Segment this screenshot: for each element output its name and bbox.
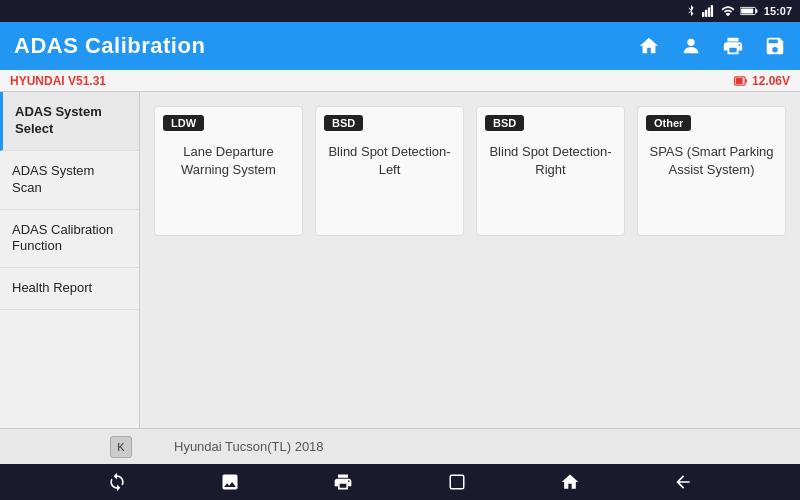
svg-rect-6 — [741, 9, 753, 14]
sidebar-item-adas-calibration[interactable]: ADAS Calibration Function — [0, 210, 139, 269]
home-icon — [638, 35, 660, 57]
system-cards: LDW Lane Departure Warning System BSD Bl… — [154, 106, 786, 236]
back-icon — [673, 472, 693, 492]
svg-rect-1 — [705, 10, 707, 17]
profile-button[interactable] — [680, 35, 702, 57]
home-button[interactable] — [638, 35, 660, 57]
card-label-other: SPAS (Smart Parking Assist System) — [638, 143, 785, 179]
main-content: ADAS System Select ADAS System Scan ADAS… — [0, 92, 800, 428]
bottom-info-bar: K Hyundai Tucson(TL) 2018 — [0, 428, 800, 464]
card-label-ldw: Lane Departure Warning System — [155, 143, 302, 179]
nav-gallery-button[interactable] — [212, 464, 248, 500]
gallery-icon — [220, 472, 240, 492]
svg-rect-3 — [711, 5, 713, 17]
bluetooth-icon — [685, 5, 697, 17]
nav-print-button[interactable] — [325, 464, 361, 500]
collapse-button[interactable]: K — [110, 436, 132, 458]
nav-recents-button[interactable] — [439, 464, 475, 500]
badge-bsd-right: BSD — [485, 115, 524, 131]
badge-bsd-left: BSD — [324, 115, 363, 131]
card-other[interactable]: Other SPAS (Smart Parking Assist System) — [637, 106, 786, 236]
nav-bar — [0, 464, 800, 500]
save-button[interactable] — [764, 35, 786, 57]
badge-ldw: LDW — [163, 115, 204, 131]
nav-home-icon — [560, 472, 580, 492]
vehicle-version: HYUNDAI V51.31 — [10, 74, 106, 88]
card-bsd-left[interactable]: BSD Blind Spot Detection-Left — [315, 106, 464, 236]
svg-rect-9 — [745, 79, 747, 83]
content-area: LDW Lane Departure Warning System BSD Bl… — [140, 92, 800, 428]
sub-header: HYUNDAI V51.31 12.06V — [0, 70, 800, 92]
wifi-icon — [721, 5, 735, 17]
print-icon — [722, 35, 744, 57]
nav-print-icon — [333, 472, 353, 492]
card-bsd-right[interactable]: BSD Blind Spot Detection-Right — [476, 106, 625, 236]
sidebar-item-adas-select[interactable]: ADAS System Select — [0, 92, 139, 151]
nav-back-button[interactable] — [665, 464, 701, 500]
print-button[interactable] — [722, 35, 744, 57]
app-title: ADAS Calibration — [14, 33, 205, 59]
refresh-icon — [107, 472, 127, 492]
badge-other: Other — [646, 115, 691, 131]
svg-rect-2 — [708, 8, 710, 17]
battery-small-icon — [734, 74, 748, 88]
voltage-display: 12.06V — [734, 74, 790, 88]
status-icons — [685, 5, 758, 17]
card-label-bsd-right: Blind Spot Detection-Right — [477, 143, 624, 179]
card-ldw[interactable]: LDW Lane Departure Warning System — [154, 106, 303, 236]
save-icon — [764, 35, 786, 57]
sidebar-item-adas-scan[interactable]: ADAS System Scan — [0, 151, 139, 210]
vehicle-text: Hyundai Tucson(TL) 2018 — [174, 439, 324, 454]
sidebar-item-health-report[interactable]: Health Report — [0, 268, 139, 310]
sidebar: ADAS System Select ADAS System Scan ADAS… — [0, 92, 140, 428]
svg-rect-0 — [702, 12, 704, 17]
person-icon — [680, 35, 702, 57]
card-label-bsd-left: Blind Spot Detection-Left — [316, 143, 463, 179]
status-time: 15:07 — [764, 5, 792, 17]
svg-rect-5 — [755, 9, 757, 13]
svg-point-7 — [687, 39, 694, 46]
status-bar: 15:07 — [0, 0, 800, 22]
svg-rect-10 — [736, 78, 743, 84]
square-icon — [448, 473, 466, 491]
nav-home-button[interactable] — [552, 464, 588, 500]
header-icons — [638, 35, 786, 57]
header: ADAS Calibration — [0, 22, 800, 70]
battery-icon — [740, 5, 758, 17]
svg-rect-11 — [450, 475, 464, 489]
nav-refresh-button[interactable] — [99, 464, 135, 500]
signal-icon — [702, 5, 716, 17]
